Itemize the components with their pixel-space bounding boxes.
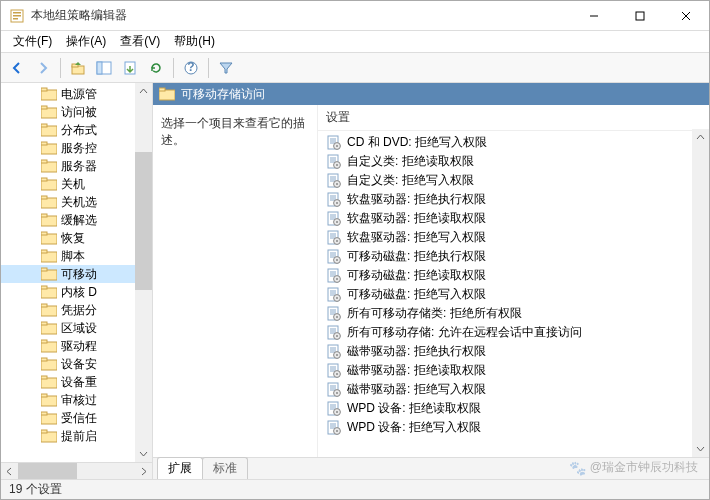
list-item[interactable]: 所有可移动存储: 允许在远程会话中直接访问	[318, 323, 709, 342]
scroll-thumb[interactable]	[18, 463, 77, 480]
tree-vertical-scrollbar[interactable]	[135, 83, 152, 462]
folder-icon	[41, 285, 57, 299]
tree-item[interactable]: 恢复	[1, 229, 152, 247]
tree-item[interactable]: 关机选	[1, 193, 152, 211]
svg-rect-36	[41, 268, 47, 271]
list-item[interactable]: 自定义类: 拒绝读取权限	[318, 152, 709, 171]
tree-item[interactable]: 脚本	[1, 247, 152, 265]
tree-item-label: 分布式	[61, 122, 97, 139]
menu-action[interactable]: 操作(A)	[60, 31, 112, 52]
tree-item[interactable]: 关机	[1, 175, 152, 193]
svg-point-68	[336, 164, 338, 166]
statusbar: 19 个设置	[1, 479, 709, 499]
menu-file[interactable]: 文件(F)	[7, 31, 58, 52]
show-hide-tree-button[interactable]	[92, 56, 116, 80]
tab-extended[interactable]: 扩展	[157, 457, 203, 479]
tree-item[interactable]: 设备安	[1, 355, 152, 373]
scroll-up-arrow-icon[interactable]	[135, 83, 152, 100]
minimize-button[interactable]	[571, 1, 617, 31]
list-item[interactable]: 磁带驱动器: 拒绝执行权限	[318, 342, 709, 361]
tree-item-label: 提前启	[61, 428, 97, 445]
tree-item[interactable]: 凭据分	[1, 301, 152, 319]
list-item[interactable]: WPD 设备: 拒绝读取权限	[318, 399, 709, 418]
tab-standard[interactable]: 标准	[202, 457, 248, 479]
folder-icon	[41, 357, 57, 371]
tree-item-label: 关机	[61, 176, 85, 193]
tree-item[interactable]: 访问被	[1, 103, 152, 121]
tree-item-label: 凭据分	[61, 302, 97, 319]
refresh-button[interactable]	[144, 56, 168, 80]
scroll-thumb[interactable]	[135, 152, 152, 290]
list-item[interactable]: 可移动磁盘: 拒绝写入权限	[318, 285, 709, 304]
svg-point-134	[336, 373, 338, 375]
list-item[interactable]: WPD 设备: 拒绝写入权限	[318, 418, 709, 437]
list-item[interactable]: 软盘驱动器: 拒绝写入权限	[318, 228, 709, 247]
svg-point-128	[336, 354, 338, 356]
list-item[interactable]: 软盘驱动器: 拒绝执行权限	[318, 190, 709, 209]
tree-item[interactable]: 区域设	[1, 319, 152, 337]
svg-rect-56	[159, 88, 165, 91]
policy-setting-icon	[326, 154, 342, 170]
tree-item[interactable]: 服务控	[1, 139, 152, 157]
tree-item[interactable]: 审核过	[1, 391, 152, 409]
up-button[interactable]	[66, 56, 90, 80]
tree-item[interactable]: 受信任	[1, 409, 152, 427]
list-item[interactable]: 自定义类: 拒绝写入权限	[318, 171, 709, 190]
tree-item[interactable]: 设备重	[1, 373, 152, 391]
svg-rect-50	[41, 394, 47, 397]
svg-point-92	[336, 240, 338, 242]
policy-setting-icon	[326, 306, 342, 322]
scroll-track[interactable]	[18, 463, 135, 480]
tree-item-label: 缓解选	[61, 212, 97, 229]
tree-item[interactable]: 服务器	[1, 157, 152, 175]
scroll-right-arrow-icon[interactable]	[135, 463, 152, 480]
tree-item-label: 受信任	[61, 410, 97, 427]
folder-icon	[41, 177, 57, 191]
toolbar: ?	[1, 53, 709, 83]
scroll-left-arrow-icon[interactable]	[1, 463, 18, 480]
tree-pane: 电源管访问被分布式服务控服务器关机关机选缓解选恢复脚本可移动内核 D凭据分区域设…	[1, 83, 153, 479]
scroll-down-arrow-icon[interactable]	[135, 445, 152, 462]
scroll-down-arrow-icon[interactable]	[692, 440, 709, 457]
tree-item-label: 恢复	[61, 230, 85, 247]
scroll-up-arrow-icon[interactable]	[692, 129, 709, 146]
list-item[interactable]: CD 和 DVD: 拒绝写入权限	[318, 133, 709, 152]
scroll-track[interactable]	[692, 146, 709, 440]
svg-point-62	[336, 145, 338, 147]
help-button[interactable]: ?	[179, 56, 203, 80]
tree-item[interactable]: 可移动	[1, 265, 152, 283]
list-item[interactable]: 磁带驱动器: 拒绝读取权限	[318, 361, 709, 380]
right-pane: 可移动存储访问 选择一个项目来查看它的描述。 设置 CD 和 DVD: 拒绝写入…	[153, 83, 709, 479]
list-vertical-scrollbar[interactable]	[692, 129, 709, 457]
back-button[interactable]	[5, 56, 29, 80]
tree-item[interactable]: 驱动程	[1, 337, 152, 355]
tree-item[interactable]: 电源管	[1, 85, 152, 103]
right-header-title: 可移动存储访问	[181, 86, 265, 103]
tree-item[interactable]: 提前启	[1, 427, 152, 445]
list-item[interactable]: 可移动磁盘: 拒绝读取权限	[318, 266, 709, 285]
export-button[interactable]	[118, 56, 142, 80]
filter-button[interactable]	[214, 56, 238, 80]
maximize-button[interactable]	[617, 1, 663, 31]
close-button[interactable]	[663, 1, 709, 31]
menu-help[interactable]: 帮助(H)	[168, 31, 221, 52]
list-item-label: 磁带驱动器: 拒绝执行权限	[347, 343, 486, 360]
forward-button[interactable]	[31, 56, 55, 80]
list-item[interactable]: 所有可移动存储类: 拒绝所有权限	[318, 304, 709, 323]
list-item[interactable]: 可移动磁盘: 拒绝执行权限	[318, 247, 709, 266]
list-item[interactable]: 磁带驱动器: 拒绝写入权限	[318, 380, 709, 399]
tree-horizontal-scrollbar[interactable]	[1, 462, 152, 479]
window-root: 本地组策略编辑器 文件(F) 操作(A) 查看(V) 帮助(H) ? 电源管访问…	[0, 0, 710, 500]
tree-item[interactable]: 内核 D	[1, 283, 152, 301]
tree-item[interactable]: 缓解选	[1, 211, 152, 229]
menu-view[interactable]: 查看(V)	[114, 31, 166, 52]
toolbar-separator	[173, 58, 174, 78]
policy-setting-icon	[326, 173, 342, 189]
settings-column-header[interactable]: 设置	[318, 105, 709, 131]
tree-item-label: 驱动程	[61, 338, 97, 355]
folder-icon	[41, 141, 57, 155]
policy-setting-icon	[326, 268, 342, 284]
list-item[interactable]: 软盘驱动器: 拒绝读取权限	[318, 209, 709, 228]
tree-item[interactable]: 分布式	[1, 121, 152, 139]
scroll-track[interactable]	[135, 100, 152, 445]
